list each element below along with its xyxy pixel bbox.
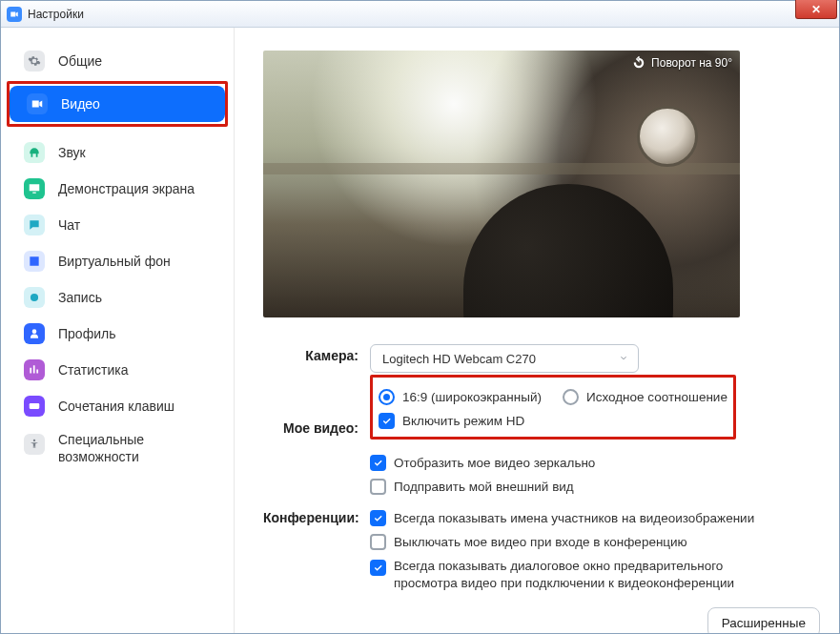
row-my-video: Мое видео: Отобразить мое видео зеркальн… [263, 384, 820, 499]
sidebar: Общие Видео Звук Демонстрация экрана [1, 28, 235, 633]
my-video-label: Мое видео: [263, 384, 370, 436]
gear-icon [24, 51, 45, 72]
sidebar-highlight-box: Видео [7, 81, 228, 127]
checkbox-label: Отобразить мое видео зеркально [394, 456, 595, 470]
touchup-checkbox[interactable]: Подправить мой внешний вид [370, 475, 820, 499]
svg-point-0 [31, 294, 38, 301]
record-icon [24, 287, 45, 308]
app-icon [7, 7, 22, 22]
video-preview [263, 51, 740, 317]
sidebar-item-label: Запись [58, 290, 102, 305]
sidebar-item-label: Специальные возможности [58, 432, 192, 465]
sidebar-item-label: Чат [58, 217, 80, 233]
window-title: Настройки [28, 8, 84, 21]
conferences-label: Конференции: [263, 506, 370, 525]
settings-window: Настройки ✕ Общие Видео Звук [0, 0, 840, 634]
checkbox-label: Выключать мое видео при входе в конферен… [394, 535, 687, 549]
sidebar-item-general[interactable]: Общие [7, 43, 228, 79]
checkbox-label: Подправить мой внешний вид [394, 480, 574, 494]
accessibility-icon [24, 434, 45, 455]
close-icon: ✕ [811, 4, 821, 15]
sidebar-item-label: Звук [58, 145, 86, 160]
video-off-join-checkbox[interactable]: Выключать мое видео при входе в конферен… [370, 530, 820, 554]
mirror-checkbox[interactable]: Отобразить мое видео зеркально [370, 451, 820, 475]
chat-icon [24, 215, 45, 235]
content-pane: Поворот на 90° Камера: Logitech HD Webca… [235, 28, 839, 633]
sidebar-item-stats[interactable]: Статистика [7, 352, 228, 388]
sidebar-item-label: Профиль [58, 326, 115, 341]
video-icon [27, 93, 48, 114]
titlebar: Настройки ✕ [1, 1, 839, 28]
checkbox-label: Всегда показывать имена участников на ви… [394, 511, 754, 525]
chevron-down-icon [619, 352, 628, 366]
rotate-button[interactable]: Поворот на 90° [632, 56, 732, 70]
camera-selected-value: Logitech HD Webcam C270 [382, 352, 536, 366]
camera-label: Камера: [263, 344, 370, 363]
sidebar-item-label: Сочетания клавиш [58, 399, 174, 414]
sidebar-item-accessibility[interactable]: Специальные возможности [7, 424, 228, 473]
sidebar-item-label: Демонстрация экрана [58, 181, 195, 196]
sidebar-item-profile[interactable]: Профиль [7, 316, 228, 352]
video-preview-wrap: Поворот на 90° [263, 51, 740, 317]
close-button[interactable]: ✕ [795, 0, 837, 19]
preview-dialog-checkbox[interactable]: Всегда показывать диалоговое окно предва… [370, 554, 820, 596]
camera-select[interactable]: Logitech HD Webcam C270 [370, 344, 639, 373]
share-screen-icon [24, 178, 45, 199]
sidebar-item-chat[interactable]: Чат [7, 207, 228, 243]
svg-rect-1 [30, 403, 40, 409]
sidebar-item-virtual-bg[interactable]: Виртуальный фон [7, 243, 228, 279]
sidebar-item-recording[interactable]: Запись [7, 279, 228, 316]
show-names-checkbox[interactable]: Всегда показывать имена участников на ви… [370, 506, 820, 530]
rotate-label: Поворот на 90° [651, 56, 732, 70]
sidebar-item-label: Видео [61, 96, 100, 112]
checkbox-label: Всегда показывать диалоговое окно предва… [394, 558, 756, 592]
keyboard-icon [24, 396, 45, 417]
rotate-icon [632, 56, 645, 70]
sidebar-item-audio[interactable]: Звук [7, 134, 228, 171]
sidebar-item-video[interactable]: Видео [10, 86, 225, 122]
user-icon [24, 323, 45, 344]
svg-point-2 [33, 440, 35, 441]
stats-icon [24, 359, 45, 380]
sidebar-item-screen-share[interactable]: Демонстрация экрана [7, 171, 228, 207]
sidebar-item-label: Общие [58, 53, 102, 69]
advanced-button[interactable]: Расширенные [707, 607, 820, 633]
body: Общие Видео Звук Демонстрация экрана [1, 28, 839, 633]
row-conferences: Конференции: Всегда показывать имена уча… [263, 506, 820, 633]
sidebar-item-label: Виртуальный фон [58, 254, 171, 269]
button-label: Расширенные [722, 616, 806, 630]
sidebar-item-shortcuts[interactable]: Сочетания клавиш [7, 388, 228, 424]
headphones-icon [24, 142, 45, 163]
sidebar-item-label: Статистика [58, 362, 129, 378]
image-icon [24, 251, 45, 272]
